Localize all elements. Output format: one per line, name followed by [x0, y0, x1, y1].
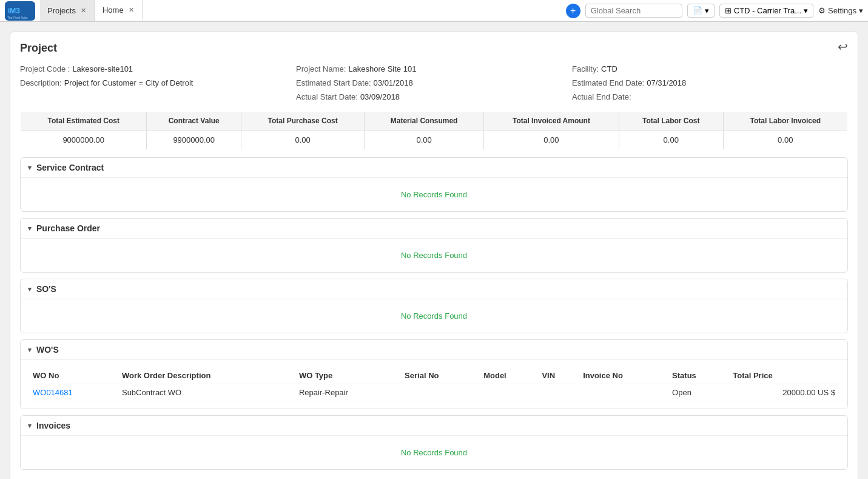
top-nav: iM3 The Field Suite Projects ✕ Home ✕ + …	[0, 0, 868, 22]
wo-col-vin: VIN	[537, 367, 578, 384]
sos-chevron: ▾	[28, 285, 32, 293]
wo-type-cell: Repair-Repair	[294, 384, 400, 401]
project-code-label: Project Code :	[20, 64, 70, 73]
wo-desc-cell: SubContract WO	[117, 384, 294, 401]
est-end-value: 07/31/2018	[647, 78, 686, 87]
summary-table: Total Estimated Cost Contract Value Tota…	[20, 111, 848, 150]
service-contract-chevron: ▾	[28, 164, 32, 172]
wo-col-invoice: Invoice No	[578, 367, 667, 384]
main-content: Project ↩ Project Code : Lakesore-site10…	[0, 22, 868, 479]
est-start-value: 03/01/2018	[374, 78, 413, 87]
description-label: Description:	[20, 78, 62, 87]
project-name-value: Lakeshore Site 101	[348, 64, 416, 73]
est-end-row: Estimated End Date: 07/31/2018	[572, 78, 848, 87]
wo-status-cell: Open	[667, 384, 728, 401]
tabs-area: Projects ✕ Home ✕	[40, 0, 566, 21]
wo-invoice-cell	[578, 384, 667, 401]
service-contract-header[interactable]: ▾ Service Contract	[21, 158, 847, 177]
project-code-row: Project Code : Lakesore-site101	[20, 64, 296, 73]
description-row: Description: Project for Customer = City…	[20, 78, 296, 87]
wo-col-model: Model	[479, 367, 537, 384]
wo-price-cell: 20000.00 US $	[728, 384, 840, 401]
invoices-no-records: No Records Found	[28, 443, 840, 462]
est-start-row: Estimated Start Date: 03/01/2018	[296, 78, 572, 87]
actual-start-row: Actual Start Date: 03/09/2018	[296, 92, 572, 101]
wo-serial-cell	[400, 384, 479, 401]
facility-button[interactable]: ⊞ CTD - Carrier Tra... ▾	[719, 4, 813, 18]
facility-grid-icon: ⊞	[725, 6, 732, 15]
wo-col-no: WO No	[28, 367, 117, 384]
wos-header[interactable]: ▾ WO'S	[21, 340, 847, 359]
spacer-row	[20, 92, 296, 101]
facility-label: CTD - Carrier Tra...	[734, 6, 801, 15]
wo-table: WO No Work Order Description WO Type Ser…	[28, 367, 840, 401]
description-value: Project for Customer = City of Detroit	[64, 78, 193, 87]
tab-home[interactable]: Home ✕	[95, 0, 143, 21]
est-end-label: Estimated End Date:	[572, 78, 644, 87]
purchase-order-header[interactable]: ▾ Purchase Order	[21, 219, 847, 238]
doc-chevron: ▾	[705, 6, 709, 15]
sos-header[interactable]: ▾ SO'S	[21, 279, 847, 299]
actual-end-label: Actual End Date:	[572, 92, 631, 101]
add-button[interactable]: +	[566, 4, 580, 18]
tab-home-label: Home	[103, 5, 124, 15]
val-total-labor-cost: 0.00	[619, 131, 724, 150]
sos-no-records: No Records Found	[28, 307, 840, 325]
wo-col-desc: Work Order Description	[117, 367, 294, 384]
invoices-panel: ▾ Invoices No Records Found	[20, 415, 848, 470]
global-search-input[interactable]	[585, 4, 682, 18]
purchase-order-no-records: No Records Found	[28, 246, 840, 265]
purchase-order-title: Purchase Order	[36, 223, 100, 233]
col-total-purchase-cost: Total Purchase Cost	[241, 112, 364, 131]
back-button[interactable]: ↩	[838, 39, 848, 54]
tab-projects-label: Projects	[47, 6, 76, 15]
project-info-grid: Project Code : Lakesore-site101 Project …	[20, 64, 848, 101]
nav-right: + 📄 ▾ ⊞ CTD - Carrier Tra... ▾ ⚙ Setting…	[566, 4, 863, 18]
settings-chevron: ▾	[859, 6, 863, 15]
service-contract-no-records: No Records Found	[28, 185, 840, 204]
svg-text:The Field Suite: The Field Suite	[7, 16, 28, 19]
wos-title: WO'S	[36, 345, 59, 355]
sos-body: No Records Found	[21, 299, 847, 333]
est-start-label: Estimated Start Date:	[296, 78, 371, 87]
val-total-labor-invoiced: 0.00	[723, 131, 847, 150]
val-total-purchase-cost: 0.00	[241, 131, 364, 150]
app-logo: iM3 The Field Suite	[5, 1, 35, 21]
col-total-labor-cost: Total Labor Cost	[619, 112, 724, 131]
val-contract-value: 9900000.00	[147, 131, 241, 150]
wo-vin-cell	[537, 384, 578, 401]
sos-panel: ▾ SO'S No Records Found	[20, 279, 848, 333]
tab-home-close[interactable]: ✕	[127, 6, 135, 14]
col-contract-value: Contract Value	[147, 112, 241, 131]
val-total-est-cost: 9000000.00	[21, 131, 147, 150]
wo-col-status: Status	[667, 367, 728, 384]
settings-button[interactable]: ⚙ Settings ▾	[818, 6, 863, 15]
invoices-header[interactable]: ▾ Invoices	[21, 416, 847, 435]
wo-header-row: WO No Work Order Description WO Type Ser…	[28, 367, 840, 384]
project-title: Project	[20, 42, 848, 55]
summary-row: 9000000.00 9900000.00 0.00 0.00 0.00 0.0…	[21, 131, 848, 150]
val-material-consumed: 0.00	[365, 131, 484, 150]
facility-info-label: Facility:	[572, 64, 599, 73]
doc-icon: 📄	[693, 6, 702, 15]
wo-model-cell	[479, 384, 537, 401]
project-code-value: Lakesore-site101	[72, 64, 133, 73]
svg-text:iM3: iM3	[8, 7, 20, 15]
wo-row-0: WO014681 SubContract WO Repair-Repair Op…	[28, 384, 840, 401]
actual-start-value: 03/09/2018	[360, 92, 400, 101]
val-total-invoiced: 0.00	[483, 131, 619, 150]
wos-chevron: ▾	[28, 346, 32, 354]
settings-gear-icon: ⚙	[818, 6, 826, 15]
document-button[interactable]: 📄 ▾	[687, 4, 715, 18]
settings-label: Settings	[828, 6, 856, 15]
wo-link[interactable]: WO014681	[33, 388, 73, 397]
service-contract-body: No Records Found	[21, 177, 847, 211]
facility-chevron: ▾	[804, 6, 808, 15]
project-name-row: Project Name: Lakeshore Site 101	[296, 64, 572, 73]
tab-projects-close[interactable]: ✕	[79, 7, 87, 15]
tab-projects[interactable]: Projects ✕	[40, 0, 95, 21]
purchase-order-panel: ▾ Purchase Order No Records Found	[20, 218, 848, 273]
col-material-consumed: Material Consumed	[365, 112, 484, 131]
sos-title: SO'S	[36, 284, 56, 294]
wos-panel: ▾ WO'S WO No Work Order Description WO T…	[20, 339, 848, 409]
